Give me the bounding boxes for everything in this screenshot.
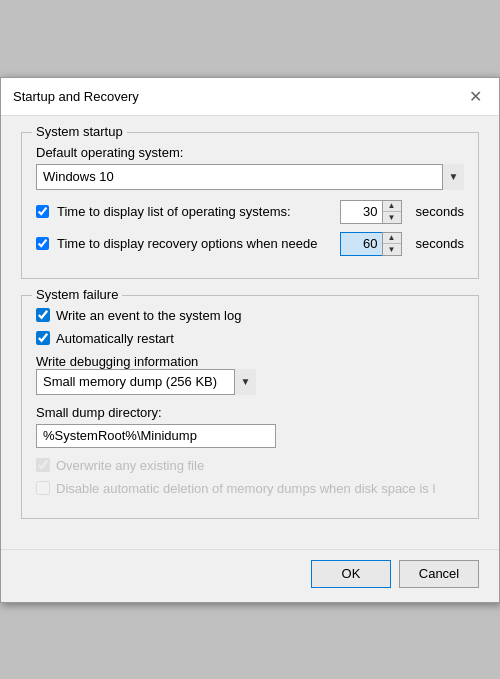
- dialog-body: System startup Default operating system:…: [1, 116, 499, 549]
- write-event-label: Write an event to the system log: [56, 308, 241, 323]
- auto-restart-row: Automatically restart: [36, 331, 464, 346]
- system-failure-section: System failure Write an event to the sys…: [21, 295, 479, 519]
- time-recovery-spinner-btns: ▲ ▼: [382, 232, 402, 256]
- default-os-select[interactable]: Windows 10: [36, 164, 464, 190]
- startup-recovery-dialog: Startup and Recovery ✕ System startup De…: [0, 77, 500, 603]
- time-display-os-label: Time to display list of operating system…: [57, 204, 332, 219]
- time-display-os-spinner-btns: ▲ ▼: [382, 200, 402, 224]
- time-display-os-down-button[interactable]: ▼: [383, 211, 401, 222]
- time-display-os-row: Time to display list of operating system…: [36, 200, 464, 224]
- ok-button[interactable]: OK: [311, 560, 391, 588]
- small-dump-dir-label: Small dump directory:: [36, 405, 464, 420]
- debug-type-select[interactable]: Small memory dump (256 KB) Complete memo…: [36, 369, 256, 395]
- close-button[interactable]: ✕: [463, 84, 487, 108]
- write-debug-field: Write debugging information Small memory…: [36, 354, 464, 395]
- time-recovery-up-button[interactable]: ▲: [383, 233, 401, 244]
- auto-restart-label: Automatically restart: [56, 331, 174, 346]
- time-recovery-down-button[interactable]: ▼: [383, 243, 401, 254]
- system-startup-title: System startup: [32, 124, 127, 139]
- time-display-os-suffix: seconds: [416, 204, 464, 219]
- write-event-checkbox[interactable]: [36, 308, 50, 322]
- overwrite-checkbox[interactable]: [36, 458, 50, 472]
- debug-type-dropdown-wrapper: Small memory dump (256 KB) Complete memo…: [36, 369, 256, 395]
- time-recovery-suffix: seconds: [416, 236, 464, 251]
- time-display-os-spinner: ▲ ▼: [340, 200, 402, 224]
- default-os-label: Default operating system:: [36, 145, 464, 160]
- write-event-row: Write an event to the system log: [36, 308, 464, 323]
- time-display-os-input[interactable]: [340, 200, 382, 224]
- overwrite-row: Overwrite any existing file: [36, 458, 464, 473]
- system-failure-title: System failure: [32, 287, 122, 302]
- auto-restart-checkbox[interactable]: [36, 331, 50, 345]
- dialog-title: Startup and Recovery: [13, 89, 139, 104]
- disable-auto-del-row: Disable automatic deletion of memory dum…: [36, 481, 464, 496]
- time-recovery-checkbox[interactable]: [36, 237, 49, 250]
- time-recovery-spinner: ▲ ▼: [340, 232, 402, 256]
- time-display-os-up-button[interactable]: ▲: [383, 201, 401, 212]
- small-dump-dir-input[interactable]: [36, 424, 276, 448]
- time-recovery-row: Time to display recovery options when ne…: [36, 232, 464, 256]
- default-os-dropdown-wrapper: Windows 10 ▼: [36, 164, 464, 190]
- write-debug-label: Write debugging information: [36, 354, 198, 369]
- overwrite-label: Overwrite any existing file: [56, 458, 204, 473]
- time-display-os-checkbox[interactable]: [36, 205, 49, 218]
- disable-auto-del-label: Disable automatic deletion of memory dum…: [56, 481, 435, 496]
- cancel-button[interactable]: Cancel: [399, 560, 479, 588]
- disable-auto-del-checkbox[interactable]: [36, 481, 50, 495]
- time-recovery-label: Time to display recovery options when ne…: [57, 236, 332, 251]
- default-os-field: Default operating system: Windows 10 ▼: [36, 145, 464, 190]
- small-dump-dir-field: Small dump directory:: [36, 405, 464, 448]
- title-bar: Startup and Recovery ✕: [1, 78, 499, 116]
- time-recovery-input[interactable]: [340, 232, 382, 256]
- system-startup-section: System startup Default operating system:…: [21, 132, 479, 279]
- dialog-footer: OK Cancel: [1, 549, 499, 602]
